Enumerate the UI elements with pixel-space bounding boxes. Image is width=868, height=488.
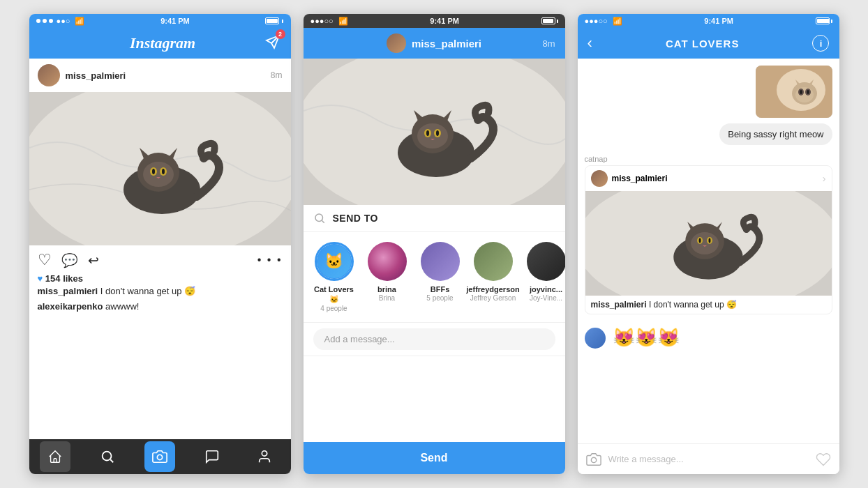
nav-home-icon[interactable] <box>40 441 70 472</box>
svg-point-26 <box>426 130 429 136</box>
post-actions: ♡ 💬 ↩ • • • <box>29 245 291 272</box>
chat-post-avatar <box>591 170 608 187</box>
commenter-username[interactable]: alexeikarpenko <box>38 301 103 312</box>
contact-avatar-brina <box>368 242 407 281</box>
chat-emoji-reaction: 😻😻😻 <box>578 321 839 354</box>
contact-cat-lovers[interactable]: 🐱 Cat Lovers 🐱 4 people <box>310 242 358 312</box>
emoji-reaction-text: 😻😻😻 <box>613 327 680 349</box>
camera-icon-chat[interactable] <box>586 452 601 467</box>
contact-jeffrey[interactable]: jeffreydgerson Jeffrey Gerson <box>470 242 517 312</box>
screen2-header: miss_palmieri 8m <box>304 28 565 59</box>
search-icon[interactable] <box>313 212 326 224</box>
likes-count: ♥ 154 likes <box>29 272 291 285</box>
chat-post-header: miss_palmieri › <box>585 166 832 191</box>
svg-point-27 <box>436 130 439 136</box>
chat-input-bar: Write a message... <box>578 443 839 474</box>
status-bar-1: ●●○ 📶 9:41 PM <box>29 14 291 28</box>
contacts-row: 🐱 Cat Lovers 🐱 4 people brina Brina <box>304 232 565 322</box>
svg-point-23 <box>417 123 448 148</box>
status-time-3: 9:41 PM <box>704 17 733 25</box>
chat-post-username: miss_palmieri <box>612 174 668 183</box>
contact-sub-cat-lovers: 4 people <box>320 305 347 312</box>
contact-avatar-jeffrey <box>474 242 513 281</box>
contact-avatar-cat-lovers: 🐱 <box>315 242 354 281</box>
chat-bubble-sassy: Being sassy right meow <box>578 123 839 152</box>
svg-point-7 <box>143 162 174 187</box>
nav-profile-icon[interactable] <box>249 441 280 472</box>
send-button[interactable]: Send <box>304 442 565 474</box>
svg-point-34 <box>795 87 814 102</box>
svg-point-53 <box>591 457 596 462</box>
group-title: CAT LOVERS <box>666 38 740 49</box>
direct-messages-icon[interactable]: 2 <box>264 33 281 54</box>
emoji-sender-avatar <box>585 328 606 349</box>
sassy-message: Being sassy right meow <box>719 123 832 145</box>
chat-post-image <box>585 191 832 296</box>
send-to-search-row: SEND TO <box>304 205 565 232</box>
contact-bffs[interactable]: BFFs 5 people <box>417 242 464 312</box>
svg-point-10 <box>152 169 155 174</box>
status-time-1: 9:41 PM <box>160 17 190 25</box>
instagram-logo: Instagram <box>130 34 195 52</box>
contact-name-joy: joyvinc... <box>530 284 562 294</box>
post-caption: miss_palmieri I don't wanna get up 😴 <box>29 285 291 300</box>
screen2-post-image <box>304 59 565 205</box>
svg-line-14 <box>110 459 113 462</box>
nav-search-icon[interactable] <box>92 441 123 472</box>
contact-sub-brina: Brina <box>379 294 395 302</box>
post-comment: alexeikarpenko awwww! <box>29 300 291 316</box>
info-icon[interactable]: i <box>812 35 829 52</box>
svg-point-37 <box>800 90 802 94</box>
caption-username[interactable]: miss_palmieri <box>38 286 98 296</box>
contact-sub-jeffrey: Jeffrey Gerson <box>470 294 516 302</box>
chat-post-preview[interactable]: miss_palmieri › <box>585 165 832 314</box>
more-options-icon[interactable]: • • • <box>257 254 283 266</box>
chat-sender-catnap: catnap <box>578 152 839 165</box>
contact-brina[interactable]: brina Brina <box>364 242 411 312</box>
svg-point-51 <box>708 238 710 243</box>
header-time-2: 8m <box>542 38 555 49</box>
message-input-row: Add a message... <box>304 322 565 356</box>
contact-joy[interactable]: joyvinc... Joy-Vine... <box>523 242 565 312</box>
share-icon[interactable]: ↩ <box>88 252 99 268</box>
post-header: miss_palmieri 8m <box>29 59 291 92</box>
chat-message-input[interactable]: Write a message... <box>608 454 809 464</box>
status-bar-3: ●●●○○ 📶 9:41 PM <box>578 14 839 28</box>
svg-point-38 <box>807 90 809 94</box>
nav-activity-icon[interactable] <box>197 441 227 472</box>
back-button[interactable]: ‹ <box>588 34 592 52</box>
contact-sub-bffs: 5 people <box>426 294 453 302</box>
notification-badge: 2 <box>276 29 285 39</box>
contact-sub-joy: Joy-Vine... <box>530 294 562 302</box>
contact-name-cat-lovers: Cat Lovers 🐱 <box>310 284 358 305</box>
svg-line-30 <box>322 220 324 222</box>
bottom-nav <box>29 439 291 474</box>
header-avatar-2 <box>387 33 406 53</box>
contact-avatar-bffs <box>421 242 460 281</box>
chat-image-sent <box>578 66 839 123</box>
chat-post-caption: miss_palmieri I don't wanna get up 😴 <box>585 296 832 314</box>
svg-point-15 <box>157 455 162 459</box>
status-bar-2: ●●●○○ 📶 9:41 PM <box>304 14 565 28</box>
comment-icon[interactable]: 💬 <box>61 252 78 268</box>
svg-point-16 <box>262 451 267 456</box>
contact-avatar-joy <box>527 242 565 281</box>
message-input[interactable]: Add a message... <box>313 328 555 350</box>
contact-name-bffs: BFFs <box>431 284 450 294</box>
post-username[interactable]: miss_palmieri <box>66 70 126 81</box>
contact-name-brina: brina <box>377 284 396 294</box>
avatar[interactable] <box>38 64 60 86</box>
heart-icon-chat[interactable] <box>816 452 831 467</box>
svg-point-13 <box>103 452 112 461</box>
svg-point-11 <box>162 169 165 174</box>
screen3-header: ‹ CAT LOVERS i <box>578 28 839 59</box>
status-time-2: 9:41 PM <box>430 17 459 25</box>
header-username-2: miss_palmieri <box>412 38 481 49</box>
send-to-label: SEND TO <box>333 213 378 224</box>
nav-camera-icon[interactable] <box>144 441 175 472</box>
like-icon[interactable]: ♡ <box>38 251 52 269</box>
instagram-header: Instagram 2 <box>29 28 291 59</box>
post-image <box>29 92 291 245</box>
chat-area: Being sassy right meow catnap miss_palmi… <box>578 59 839 443</box>
svg-point-47 <box>691 232 719 254</box>
